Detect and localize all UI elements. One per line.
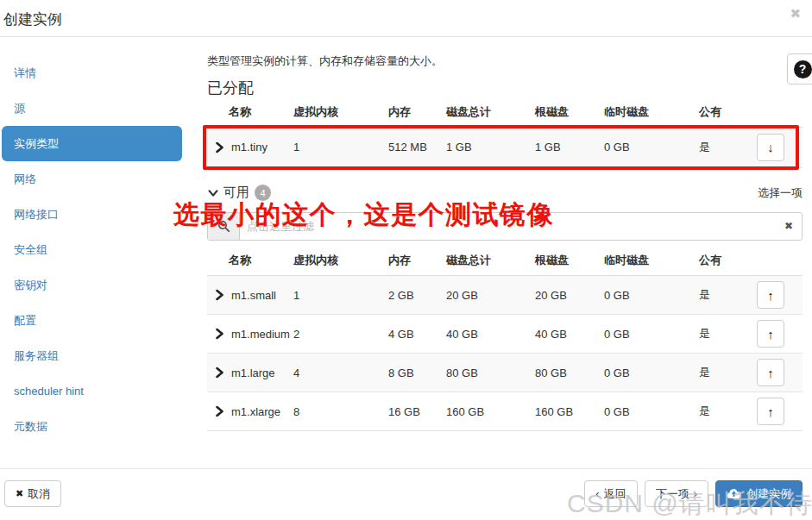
sidebar-item-details[interactable]: 详情: [0, 55, 198, 91]
create-label: 创建实例: [746, 486, 791, 502]
ram-cell: 2 GB: [388, 276, 446, 315]
action-column-header: [757, 247, 803, 276]
next-button[interactable]: 下一项 ›: [645, 480, 708, 507]
cancel-button[interactable]: ✖ 取消: [4, 480, 61, 507]
column-header: 公有: [699, 247, 757, 276]
sidebar-item-label: 配置: [14, 313, 36, 329]
remove-flavor-button[interactable]: ↓: [757, 134, 784, 161]
allocated-table-header: 名称虚拟内核内存磁盘总计根磁盘临时磁盘公有: [207, 97, 803, 127]
vcpus-cell: 1: [293, 127, 388, 167]
help-button[interactable]: ?: [787, 53, 812, 85]
page-title: 创建实例: [3, 9, 62, 29]
ram-cell: 16 GB: [388, 392, 446, 431]
sidebar-item-scheduler-hints[interactable]: scheduler hint: [0, 373, 198, 409]
allocated-heading: 已分配: [207, 78, 803, 97]
column-header: 内存: [388, 247, 446, 276]
root-disk-cell: 20 GB: [535, 276, 604, 315]
public-cell: 是: [699, 127, 757, 167]
column-header: 内存: [388, 97, 446, 127]
sidebar-item-label: 源: [14, 101, 25, 116]
select-one-hint: 选择一项: [758, 185, 803, 201]
sidebar-item-source[interactable]: 源: [0, 91, 198, 126]
total-disk-cell: 20 GB: [446, 276, 535, 315]
sidebar-item-networks[interactable]: 网络: [0, 161, 198, 197]
table-row[interactable]: m1.large 4 8 GB 80 GB 80 GB 0 GB 是 ↑: [207, 354, 803, 392]
ram-cell: 4 GB: [388, 315, 446, 354]
next-chevron-icon: ›: [694, 487, 697, 500]
vcpus-cell: 4: [293, 354, 388, 392]
cancel-x-icon: ✖: [16, 488, 23, 499]
table-row[interactable]: m1.small 1 2 GB 20 GB 20 GB 0 GB 是 ↑: [207, 276, 803, 315]
sidebar-item-security-groups[interactable]: 安全组: [0, 232, 198, 267]
public-cell: 是: [699, 315, 757, 354]
vcpus-cell: 2: [293, 315, 388, 354]
search-icon: [208, 213, 240, 240]
ram-cell: 512 MB: [388, 127, 446, 167]
add-flavor-button[interactable]: ↑: [757, 398, 784, 425]
table-row[interactable]: m1.xlarge 8 16 GB 160 GB 160 GB 0 GB 是 ↑: [207, 392, 803, 431]
ephemeral-disk-cell: 0 GB: [604, 315, 699, 354]
wizard-sidebar: 详情源实例类型网络网络接口安全组密钥对配置服务器组scheduler hint元…: [0, 37, 198, 444]
ram-cell: 8 GB: [388, 354, 446, 392]
public-cell: 是: [699, 276, 757, 315]
flavor-filter: ✖: [207, 212, 803, 241]
add-flavor-button[interactable]: ↑: [757, 320, 784, 348]
allocated-flavors-table: 名称虚拟内核内存磁盘总计根磁盘临时磁盘公有 m1.tiny 1 512 MB 1…: [207, 97, 803, 168]
add-flavor-button[interactable]: ↑: [757, 359, 784, 386]
sidebar-item-key-pair[interactable]: 密钥对: [0, 267, 198, 303]
sidebar-item-metadata[interactable]: 元数据: [0, 409, 198, 444]
chevron-right-icon[interactable]: [215, 406, 224, 417]
sidebar-item-label: 网络接口: [14, 207, 59, 222]
column-header: 名称: [207, 247, 293, 276]
flavor-name: m1.small: [231, 289, 276, 302]
root-disk-cell: 1 GB: [535, 127, 604, 167]
cancel-label: 取消: [28, 486, 50, 502]
total-disk-cell: 80 GB: [446, 354, 535, 392]
back-chevron-icon: ‹: [595, 487, 599, 500]
modal-footer: ✖ 取消 ‹ 返回 下一项 › 创建实例: [0, 468, 812, 520]
sidebar-item-server-groups[interactable]: 服务器组: [0, 338, 198, 373]
chevron-right-icon[interactable]: [215, 141, 224, 153]
clear-filter-icon[interactable]: ✖: [784, 221, 793, 231]
flavor-step-panel: 类型管理实例的计算、内存和存储容量的大小。 已分配 名称虚拟内核内存磁盘总计根磁…: [207, 37, 803, 431]
sidebar-item-configuration[interactable]: 配置: [0, 303, 198, 338]
column-header: 根磁盘: [535, 97, 604, 127]
cloud-upload-icon: [727, 488, 741, 499]
table-row[interactable]: m1.tiny 1 512 MB 1 GB 1 GB 0 GB 是 ↓: [207, 127, 803, 167]
column-header: 公有: [699, 97, 757, 127]
chevron-right-icon[interactable]: [215, 367, 224, 379]
down-arrow-icon: ↓: [767, 141, 774, 153]
public-cell: 是: [699, 392, 757, 431]
chevron-right-icon[interactable]: [215, 290, 224, 301]
sidebar-item-label: 详情: [14, 66, 36, 81]
vcpus-cell: 8: [293, 392, 388, 431]
close-icon[interactable]: ✖: [790, 7, 801, 20]
sidebar-item-network-ports[interactable]: 网络接口: [0, 197, 198, 232]
flavor-name: m1.tiny: [231, 141, 268, 153]
root-disk-cell: 80 GB: [535, 354, 604, 392]
add-flavor-button[interactable]: ↑: [757, 281, 784, 309]
total-disk-cell: 1 GB: [446, 127, 535, 167]
ephemeral-disk-cell: 0 GB: [604, 276, 699, 315]
action-column-header: [757, 97, 803, 127]
sidebar-item-label: 安全组: [14, 242, 47, 258]
column-header: 名称: [207, 97, 293, 127]
sidebar-item-label: scheduler hint: [14, 385, 84, 398]
available-count-badge: 4: [255, 185, 271, 201]
chevron-down-icon[interactable]: [207, 187, 219, 199]
available-section-header: 可用 4 选择一项: [207, 183, 803, 204]
sidebar-item-flavor[interactable]: 实例类型: [2, 126, 182, 161]
back-button[interactable]: ‹ 返回: [584, 480, 637, 507]
back-label: 返回: [604, 486, 626, 502]
table-row[interactable]: m1.medium 2 4 GB 40 GB 40 GB 0 GB 是 ↑: [207, 315, 803, 354]
filter-input[interactable]: [240, 213, 784, 240]
column-header: 磁盘总计: [446, 247, 535, 276]
create-instance-button[interactable]: 创建实例: [715, 480, 803, 507]
question-icon: ?: [794, 60, 812, 78]
ephemeral-disk-cell: 0 GB: [604, 354, 699, 392]
available-flavors-table: 名称虚拟内核内存磁盘总计根磁盘临时磁盘公有 m1.small 1 2 GB 20…: [207, 247, 803, 432]
chevron-right-icon[interactable]: [215, 329, 224, 340]
sidebar-item-label: 密钥对: [14, 278, 47, 293]
modal-header: 创建实例 ✖: [0, 0, 812, 37]
flavor-name: m1.medium: [231, 328, 290, 341]
